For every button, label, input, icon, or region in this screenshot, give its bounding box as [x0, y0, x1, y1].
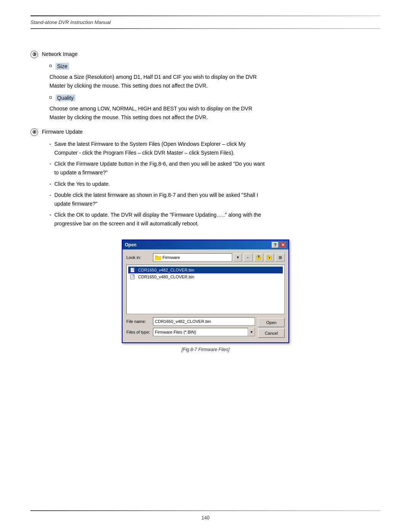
footer-rule [30, 510, 381, 511]
file-icon-1 [130, 274, 136, 280]
dialog-titlebar-left: Open [125, 242, 137, 248]
sub-bullet-quality [49, 96, 52, 99]
item-4-label: Firmware Update [42, 128, 83, 136]
svg-rect-5 [267, 256, 269, 257]
quality-description: Choose one among LOW, NORMAL, HIGH and B… [49, 104, 381, 122]
dash-item-4: - Double click the latest firmware as sh… [49, 191, 381, 208]
dash-2-symbol: - [49, 160, 51, 168]
sub-item-quality-label: Quality [56, 94, 75, 102]
file-name-1: CDR1650_v480_CLOVER.bin [138, 275, 194, 279]
dash-5-symbol: - [49, 211, 51, 219]
look-in-input[interactable]: Firmware [153, 253, 232, 262]
look-in-input-row: Firmware ▼ ← [153, 253, 285, 262]
dash-list: - Save the latest Firmware to the System… [49, 140, 381, 228]
sub-item-size-label: Size [56, 62, 69, 70]
svg-rect-7 [133, 268, 134, 269]
files-of-type-label: Files of type: [126, 330, 153, 334]
svg-rect-1 [155, 256, 158, 257]
view-btn[interactable]: ⊞ [276, 253, 285, 262]
file-item-1[interactable]: CDR1650_v480_CLOVER.bin [128, 273, 283, 280]
files-of-type-row: Files of type: ▼ [126, 328, 255, 336]
dialog-title-text: Open [125, 242, 137, 248]
dialog-caption: [Fig.8-7 Firmware Files] [182, 347, 229, 352]
folder-icon [155, 255, 161, 260]
dialog-titlebar: Open ? ✕ [123, 240, 288, 249]
new-folder-icon [267, 255, 272, 260]
file-icon-0 [130, 267, 136, 273]
dialog-container: Open ? ✕ Look in: [30, 240, 381, 352]
nav-back-btn[interactable]: ← [244, 253, 253, 262]
dash-2-text: Click the Firmware Update button in the … [54, 160, 265, 177]
sub-item-size: Size [49, 62, 381, 70]
header-rule-top [30, 15, 381, 16]
sub-item-quality: Quality [49, 94, 381, 102]
look-in-dropdown-btn[interactable]: ▼ [234, 253, 242, 262]
dash-item-1: - Save the latest Firmware to the System… [49, 140, 381, 157]
new-folder-btn[interactable] [265, 253, 274, 262]
page-container: Stand-alone DVR Instruction Manual ③ Net… [0, 0, 411, 532]
dash-3-text: Click the Yes to update. [54, 180, 110, 189]
dash-item-3: - Click the Yes to update. [49, 180, 381, 189]
file-item-0[interactable]: CDR1650_v482_CLOVER.bin [128, 267, 283, 273]
header-area: Stand-alone DVR Instruction Manual [0, 0, 411, 33]
nav-up-btn[interactable] [254, 253, 263, 262]
files-of-type-select[interactable] [153, 328, 248, 336]
files-of-type-dropdown: ▼ [153, 328, 255, 336]
dialog-close-button[interactable]: ✕ [279, 242, 286, 248]
header-rule-bottom [30, 28, 381, 29]
cancel-button[interactable]: Cancel [258, 329, 285, 338]
dialog-controls: ? ✕ [272, 242, 286, 248]
dash-5-text: Click the OK to update. The DVR will dis… [54, 211, 261, 228]
look-in-value: Firmware [162, 255, 180, 260]
file-name-0: CDR1650_v482_CLOVER.bin [138, 268, 194, 272]
sub-bullet-size [49, 65, 52, 67]
dialog-action-btns: Open Cancel [258, 317, 285, 338]
dialog-footer: File name: Files of type: ▼ [126, 317, 285, 339]
size-highlight: Size [56, 63, 69, 70]
dash-4-symbol: - [49, 191, 51, 200]
svg-rect-11 [133, 275, 134, 276]
dialog-body: Look in: Firmware ▼ ← [123, 249, 288, 342]
dialog-footer-fields: File name: Files of type: ▼ [126, 317, 255, 339]
item-3-label: Network Image [42, 50, 78, 58]
content-area: ③ Network Image Size Choose a Size (Reso… [0, 33, 411, 375]
look-in-label: Look in: [126, 255, 153, 260]
size-description: Choose a Size (Resolution) among D1, Hal… [49, 73, 381, 90]
files-of-type-dropdown-btn[interactable]: ▼ [248, 328, 255, 336]
file-name-row: File name: [126, 317, 255, 326]
svg-rect-0 [155, 256, 161, 260]
dash-1-text: Save the latest Firmware to the System F… [54, 140, 246, 157]
look-in-row: Look in: Firmware ▼ ← [126, 253, 285, 262]
file-name-label: File name: [126, 319, 153, 324]
dialog-file-list: CDR1650_v482_CLOVER.bin CDR1650_v480_CLO… [126, 265, 285, 314]
open-button[interactable]: Open [258, 318, 285, 327]
item-4-number: ④ [30, 128, 38, 136]
dialog-box: Open ? ✕ Look in: [122, 240, 289, 343]
quality-highlight: Quality [56, 94, 75, 101]
dash-3-symbol: - [49, 180, 51, 189]
dash-item-2: - Click the Firmware Update button in th… [49, 160, 381, 177]
item-4: ④ Firmware Update [30, 128, 381, 136]
file-name-input[interactable] [153, 317, 255, 326]
header-title: Stand-alone DVR Instruction Manual [30, 18, 381, 27]
dialog-question-button[interactable]: ? [272, 242, 279, 248]
item-3-number: ③ [30, 51, 38, 58]
page-footer: 140 [0, 510, 411, 521]
item-3: ③ Network Image [30, 50, 381, 58]
dash-1-symbol: - [49, 140, 51, 149]
page-number: 140 [201, 515, 210, 521]
up-folder-icon [256, 255, 261, 260]
dash-item-5: - Click the OK to update. The DVR will d… [49, 211, 381, 228]
dash-4-text: Double click the latest firmware as show… [54, 191, 258, 208]
